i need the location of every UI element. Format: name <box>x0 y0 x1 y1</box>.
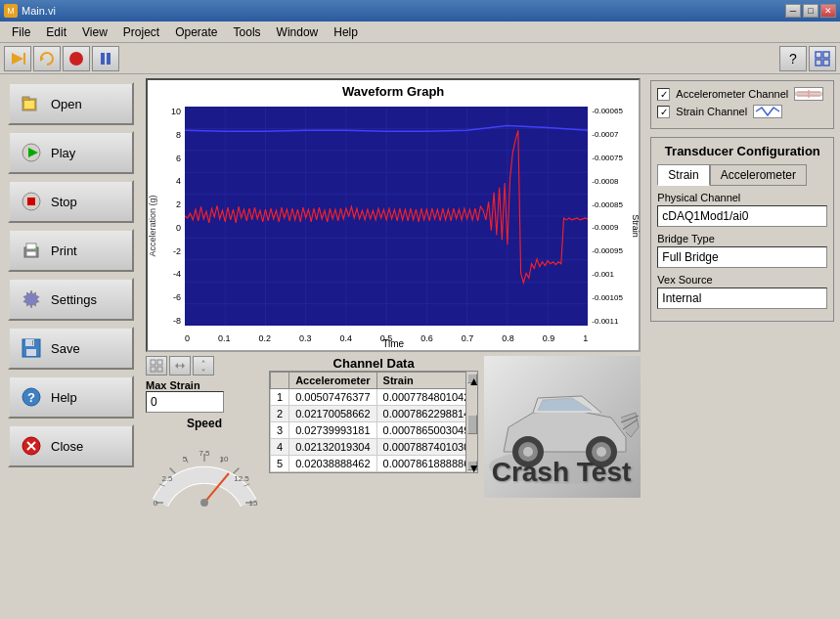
table-header-strain: Strain <box>376 373 476 389</box>
vex-source-input[interactable] <box>657 287 827 309</box>
row-strain: 0.0007861888886 <box>376 456 476 472</box>
close-action-button[interactable]: Close <box>8 424 134 467</box>
pan-button[interactable] <box>193 356 214 376</box>
svg-point-74 <box>200 499 208 507</box>
maximize-button[interactable]: □ <box>803 4 818 18</box>
right-panel: ✓ Accelerometer Channel ✓ Strain Channel <box>644 74 840 619</box>
print-button[interactable]: Print <box>8 229 134 272</box>
field-bridge-type: Bridge Type <box>657 233 827 268</box>
row-acc: 0.02739993181 <box>289 422 376 439</box>
stop-button[interactable]: Stop <box>8 180 134 223</box>
menu-edit[interactable]: Edit <box>38 23 74 41</box>
strain-line-icon <box>753 105 782 118</box>
physical-channel-label: Physical Channel <box>657 192 827 203</box>
svg-rect-7 <box>823 52 829 58</box>
row-strain: 0.0007887401030 <box>376 439 476 456</box>
channel-data-section: Channel Data Accelerometer Strain <box>269 356 478 498</box>
bottom-panel: Max Strain 0 Speed <box>146 356 641 498</box>
svg-rect-9 <box>823 60 829 66</box>
zoom-button[interactable] <box>146 356 167 376</box>
save-icon <box>20 336 43 360</box>
help-icon: ? <box>20 385 43 409</box>
svg-text:?: ? <box>27 390 35 405</box>
vex-source-label: Vex Source <box>657 274 827 286</box>
row-acc: 0.02038888462 <box>289 456 376 472</box>
minimize-button[interactable]: ─ <box>785 4 801 18</box>
pause-button[interactable] <box>92 46 119 71</box>
menu-operate[interactable]: Operate <box>167 23 225 41</box>
row-strain: 0.0007862298814 <box>376 406 476 422</box>
physical-channel-input[interactable] <box>657 205 827 227</box>
table-row: 4 0.02132019304 0.0007887401030 <box>271 439 477 456</box>
svg-rect-50 <box>151 367 155 372</box>
zoom-fit-button[interactable] <box>169 356 191 376</box>
row-num: 1 <box>271 389 289 406</box>
max-strain-input[interactable]: 0 <box>146 391 224 413</box>
help-label: Help <box>51 390 77 405</box>
channel-data-title: Channel Data <box>269 356 478 371</box>
table-header-acc: Accelerometer <box>289 373 376 389</box>
tile-button[interactable] <box>809 46 836 71</box>
table-row: 3 0.02739993181 0.0007865003049 <box>271 422 477 439</box>
menu-view[interactable]: View <box>74 23 115 41</box>
close-button[interactable]: ✕ <box>820 4 836 18</box>
svg-text:2.5: 2.5 <box>161 474 173 483</box>
run-continuously-button[interactable] <box>33 46 61 71</box>
tab-strain[interactable]: Strain <box>657 164 709 186</box>
stop-icon <box>20 190 43 213</box>
legend-strain-item: ✓ Strain Channel <box>657 105 827 118</box>
field-physical-channel: Physical Channel <box>657 192 827 227</box>
x-label: Time <box>382 338 404 349</box>
bridge-type-input[interactable] <box>657 246 827 268</box>
row-acc: 0.00507476377 <box>289 389 376 406</box>
open-label: Open <box>51 97 82 111</box>
mini-toolbar <box>146 356 263 376</box>
menu-help[interactable]: Help <box>326 23 366 41</box>
table-row: 1 0.00507476377 0.0007784801042 <box>271 389 477 406</box>
help-action-button[interactable]: ? Help <box>8 376 134 419</box>
scroll-down[interactable]: ▼ <box>467 461 477 470</box>
menu-project[interactable]: Project <box>115 23 167 41</box>
waveform-svg <box>185 107 588 326</box>
svg-rect-52 <box>157 367 162 372</box>
svg-line-63 <box>234 468 240 474</box>
close-label: Close <box>51 439 83 454</box>
abort-button[interactable] <box>63 46 90 71</box>
menu-window[interactable]: Window <box>269 23 327 41</box>
svg-text:10: 10 <box>220 455 229 464</box>
y-right-label: Strain <box>631 214 641 238</box>
row-num: 3 <box>271 422 289 439</box>
left-panel: Open Play Stop <box>0 74 142 619</box>
run-button[interactable] <box>4 46 31 71</box>
menu-bar: File Edit View Project Operate Tools Win… <box>0 22 840 43</box>
save-button[interactable]: Save <box>8 327 134 370</box>
row-num: 2 <box>271 406 289 422</box>
graph-title: Waveform Graph <box>148 80 639 103</box>
svg-text:12.5: 12.5 <box>234 474 249 483</box>
settings-button[interactable]: Settings <box>8 278 134 321</box>
open-button[interactable]: Open <box>8 82 134 125</box>
row-strain: 0.0007865003049 <box>376 422 476 439</box>
play-button[interactable]: Play <box>8 131 134 174</box>
row-strain: 0.0007784801042 <box>376 389 476 406</box>
strain-checkbox[interactable]: ✓ <box>657 106 670 118</box>
speedometer-container: Speed <box>146 417 263 509</box>
tab-accelerometer[interactable]: Accelerometer <box>710 164 807 186</box>
menu-tools[interactable]: Tools <box>226 23 269 41</box>
svg-marker-0 <box>12 53 23 65</box>
print-icon <box>20 239 43 262</box>
acc-checkbox[interactable]: ✓ <box>657 88 670 101</box>
scroll-thumb[interactable] <box>467 415 477 434</box>
menu-file[interactable]: File <box>4 23 38 41</box>
open-icon <box>20 92 43 115</box>
svg-line-59 <box>170 468 176 474</box>
save-label: Save <box>51 341 80 356</box>
scroll-up[interactable]: ▲ <box>467 374 477 383</box>
help-button[interactable]: ? <box>779 46 807 71</box>
svg-rect-49 <box>151 360 155 365</box>
svg-rect-19 <box>26 251 36 256</box>
svg-text:7.5: 7.5 <box>199 449 210 458</box>
legend-box: ✓ Accelerometer Channel ✓ Strain Channel <box>650 80 834 129</box>
table-header-row <box>271 373 289 389</box>
svg-marker-54 <box>182 363 185 369</box>
